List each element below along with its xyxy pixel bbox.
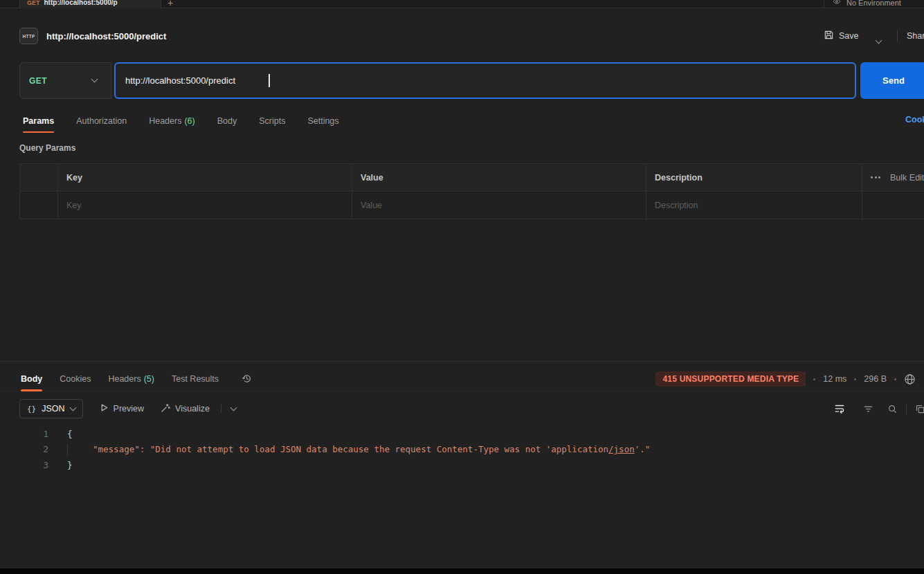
- request-title: http://localhost:5000/predict: [46, 31, 166, 41]
- visualize-button[interactable]: Visualize: [161, 403, 210, 415]
- share-button[interactable]: Share: [907, 31, 924, 41]
- response-tab-body[interactable]: Body: [21, 367, 42, 391]
- separator-dot: [894, 378, 896, 380]
- param-key-input[interactable]: [66, 201, 343, 210]
- chevron-down-icon: [876, 37, 882, 44]
- param-description-input[interactable]: [655, 201, 853, 210]
- bulk-edit-button[interactable]: Bulk Edit: [890, 173, 924, 183]
- url-input[interactable]: [116, 64, 855, 98]
- url-input-container: [114, 62, 856, 99]
- copy-icon[interactable]: [915, 404, 924, 414]
- select-column-header: [20, 164, 58, 192]
- key-column-header: Key: [58, 164, 352, 192]
- play-icon: [100, 403, 109, 414]
- http-protocol-badge: HTTP: [19, 28, 38, 44]
- response-headers-count: (5): [144, 374, 154, 384]
- toolbar-divider: [221, 404, 221, 414]
- save-icon: [824, 30, 834, 42]
- headers-count: (6): [184, 116, 194, 126]
- send-button[interactable]: Send: [860, 62, 924, 99]
- save-options-button[interactable]: [876, 33, 881, 46]
- params-actions-cell: Bulk Edit: [862, 164, 924, 192]
- tab-headers[interactable]: Headers (6): [149, 109, 195, 133]
- separator-dot: [854, 378, 856, 380]
- save-button[interactable]: Save: [824, 30, 859, 42]
- search-icon[interactable]: [887, 404, 898, 414]
- filter-icon[interactable]: [863, 404, 873, 414]
- code-line: 1 {: [0, 427, 924, 442]
- value-column-header: Value: [352, 164, 646, 192]
- chevron-down-icon: [69, 404, 76, 411]
- response-tab-test-results[interactable]: Test Results: [172, 367, 219, 391]
- params-header-row: Key Value Description Bulk Edit: [20, 164, 924, 192]
- separator-dot: [813, 378, 815, 380]
- request-header: HTTP http://localhost:5000/predict Save …: [0, 18, 924, 54]
- row-select-cell: [20, 192, 58, 219]
- window-bottom-bar: [0, 568, 924, 574]
- tab-params[interactable]: Params: [23, 109, 54, 133]
- icons-divider: [906, 404, 907, 414]
- format-label: JSON: [42, 404, 64, 414]
- environment-label: No Environment: [846, 0, 901, 7]
- tab-settings[interactable]: Settings: [307, 109, 338, 133]
- format-selector[interactable]: {} JSON: [19, 399, 83, 418]
- eye-icon: [833, 0, 841, 7]
- cookies-link[interactable]: Cookies: [905, 115, 924, 124]
- tab-title: http://localhost:5000/p: [44, 0, 118, 6]
- tab-strip: GET http://localhost:5000/p + No Environ…: [0, 0, 924, 8]
- json-link[interactable]: /json: [608, 444, 635, 454]
- toolbar-right-icons: [834, 398, 924, 419]
- request-tab[interactable]: GET http://localhost:5000/p: [19, 0, 161, 8]
- app-root: GET http://localhost:5000/p + No Environ…: [0, 0, 924, 574]
- wand-icon: [161, 403, 170, 415]
- indent-guide: [67, 444, 68, 455]
- response-toolbar: {} JSON Preview Visualize: [19, 398, 924, 419]
- response-status-bar: 415 UNSUPPORTED MEDIA TYPE 12 ms 296 B: [655, 367, 916, 391]
- line-number: 1: [0, 427, 48, 442]
- line-number: 3: [0, 458, 48, 473]
- response-divider: [0, 361, 924, 362]
- response-body-editor[interactable]: 1 { 2 "message": "Did not attempt to loa…: [0, 427, 924, 473]
- chevron-down-icon: [91, 76, 98, 83]
- response-tab-headers[interactable]: Headers (5): [108, 367, 154, 391]
- response-size: 296 B: [864, 374, 887, 384]
- params-table: Key Value Description Bulk Edit: [19, 163, 924, 219]
- preview-button[interactable]: Preview: [100, 403, 144, 414]
- response-time: 12 ms: [823, 374, 846, 384]
- save-label: Save: [839, 31, 859, 41]
- environment-selector[interactable]: No Environment: [824, 0, 901, 8]
- request-tabs: Params Authorization Headers (6) Body Sc…: [0, 109, 924, 133]
- params-empty-row: [20, 192, 924, 219]
- status-badge: 415 UNSUPPORTED MEDIA TYPE: [655, 371, 806, 387]
- tab-body[interactable]: Body: [217, 109, 237, 133]
- history-icon[interactable]: [242, 373, 252, 384]
- tab-method-label: GET: [27, 0, 40, 6]
- method-label: GET: [29, 76, 47, 86]
- description-column-header: Description: [646, 164, 862, 192]
- line-number: 2: [0, 442, 48, 457]
- url-row: GET Send: [19, 62, 924, 99]
- row-actions-cell: [862, 192, 924, 219]
- globe-icon[interactable]: [904, 373, 916, 385]
- add-tab-button[interactable]: +: [167, 0, 173, 8]
- json-key: "message": [93, 444, 140, 454]
- query-params-title: Query Params: [19, 143, 75, 153]
- json-value: "Did not attempt to load JSON data becau…: [150, 444, 608, 454]
- code-line: 2 "message": "Did not attempt to load JS…: [0, 442, 924, 457]
- tab-authorization[interactable]: Authorization: [76, 109, 127, 133]
- method-selector[interactable]: GET: [19, 62, 111, 99]
- tab-scripts[interactable]: Scripts: [259, 109, 285, 133]
- more-formats-chevron[interactable]: [230, 404, 237, 411]
- more-actions-icon[interactable]: [871, 176, 880, 178]
- header-divider: [897, 30, 898, 42]
- param-value-input[interactable]: [361, 201, 637, 210]
- line-wrap-icon[interactable]: [834, 403, 845, 414]
- text-caret: [269, 74, 270, 87]
- code-line: 3 }: [0, 458, 924, 473]
- braces-icon: {}: [27, 405, 36, 414]
- response-tab-cookies[interactable]: Cookies: [60, 367, 91, 391]
